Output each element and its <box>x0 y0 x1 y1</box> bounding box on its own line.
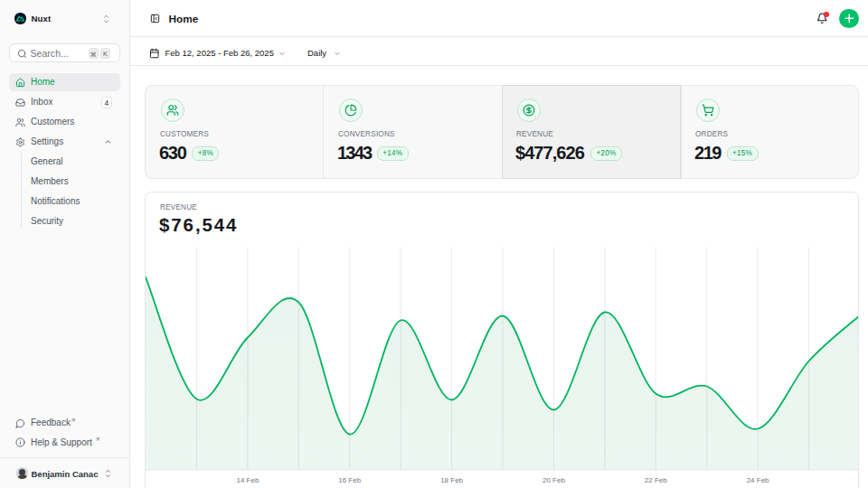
svg-text:20 Feb: 20 Feb <box>542 476 565 484</box>
svg-text:24 Feb: 24 Feb <box>747 476 769 484</box>
svg-text:14 Feb: 14 Feb <box>236 476 259 484</box>
svg-text:18 Feb: 18 Feb <box>440 476 463 484</box>
svg-text:22 Feb: 22 Feb <box>645 476 667 484</box>
svg-text:16 Feb: 16 Feb <box>338 476 361 484</box>
